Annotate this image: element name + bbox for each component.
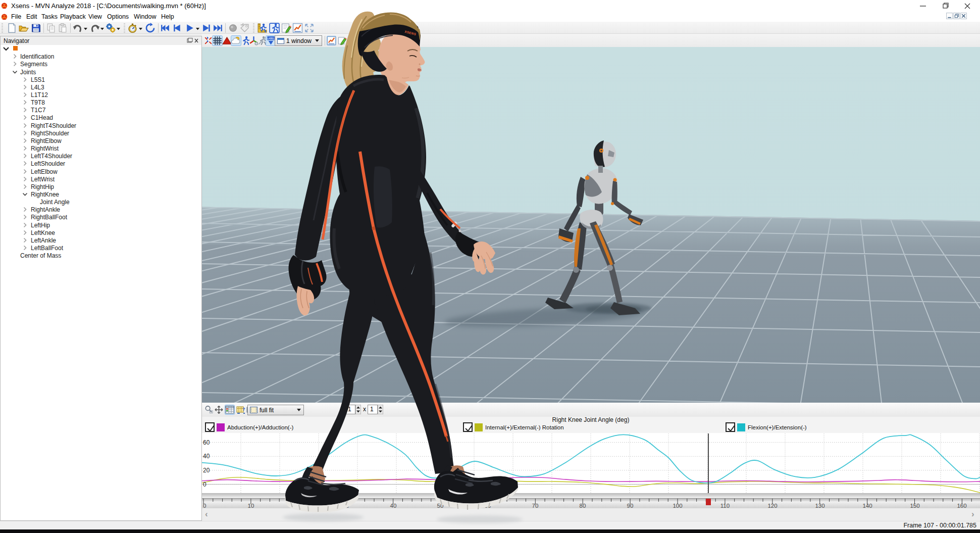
- svg-text:130: 130: [815, 503, 824, 509]
- svg-text:0: 0: [203, 503, 206, 509]
- svg-text:90: 90: [627, 503, 634, 509]
- svg-text:80: 80: [580, 503, 586, 509]
- svg-text:140: 140: [862, 503, 872, 509]
- svg-text:110: 110: [720, 503, 730, 509]
- svg-text:160: 160: [957, 503, 966, 509]
- svg-text:60: 60: [203, 439, 210, 446]
- svg-text:120: 120: [767, 503, 777, 509]
- svg-text:20: 20: [203, 467, 210, 474]
- svg-text:10: 10: [248, 503, 254, 509]
- svg-text:150: 150: [910, 503, 919, 509]
- svg-text:100: 100: [673, 503, 682, 509]
- svg-text:40: 40: [203, 453, 210, 460]
- svg-text:0: 0: [203, 481, 207, 488]
